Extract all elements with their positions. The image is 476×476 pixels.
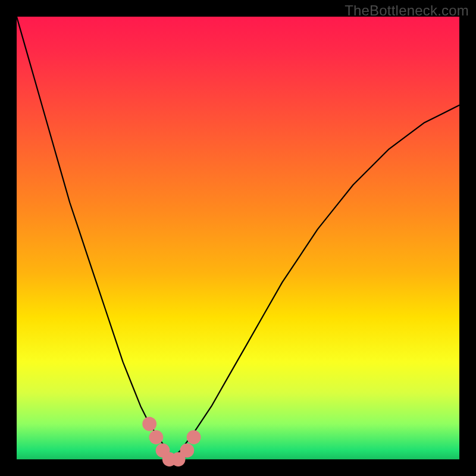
chart-markers (142, 417, 201, 466)
chart-marker (149, 430, 164, 444)
bottleneck-curve (17, 17, 459, 459)
chart-svg (17, 17, 459, 459)
chart-frame: TheBottleneck.com (0, 0, 476, 476)
chart-marker (180, 443, 195, 458)
chart-marker (187, 430, 201, 444)
watermark-text: TheBottleneck.com (345, 2, 469, 19)
chart-plot-area (17, 17, 459, 459)
chart-marker (142, 417, 156, 431)
